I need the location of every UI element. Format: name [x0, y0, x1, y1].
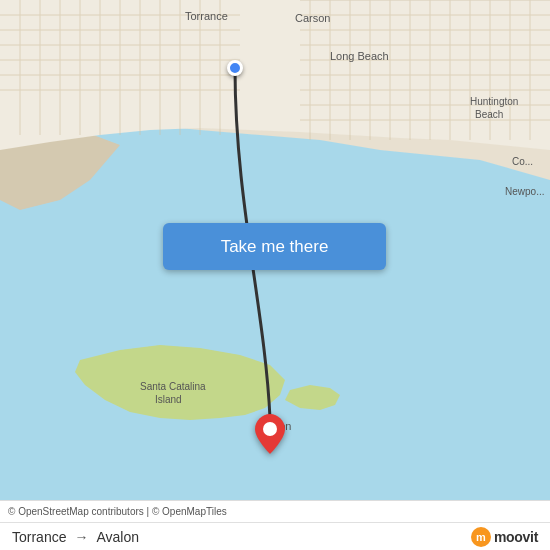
svg-text:Long Beach: Long Beach	[330, 50, 389, 62]
destination-marker	[255, 414, 285, 458]
route-arrow: →	[74, 529, 88, 545]
svg-point-49	[263, 422, 277, 436]
route-from: Torrance	[12, 529, 66, 545]
svg-text:Santa Catalina: Santa Catalina	[140, 381, 206, 392]
svg-text:Newpo...: Newpo...	[505, 186, 544, 197]
svg-text:Co...: Co...	[512, 156, 533, 167]
svg-text:Carson: Carson	[295, 12, 330, 24]
take-me-there-button[interactable]: Take me there	[163, 223, 386, 270]
map-container: Torrance Carson Long Beach Huntington Be…	[0, 0, 550, 500]
origin-marker	[227, 60, 243, 76]
bottom-bar: Torrance → Avalon m moovit	[0, 522, 550, 550]
moovit-icon: m	[471, 527, 491, 547]
attribution-text: © OpenStreetMap contributors | © OpenMap…	[8, 506, 227, 517]
attribution-bar: © OpenStreetMap contributors | © OpenMap…	[0, 500, 550, 522]
route-to: Avalon	[96, 529, 139, 545]
moovit-text: moovit	[494, 529, 538, 545]
svg-text:Island: Island	[155, 394, 182, 405]
svg-text:Huntington: Huntington	[470, 96, 518, 107]
moovit-logo: m moovit	[471, 527, 538, 547]
svg-text:Beach: Beach	[475, 109, 503, 120]
svg-text:Torrance: Torrance	[185, 10, 228, 22]
